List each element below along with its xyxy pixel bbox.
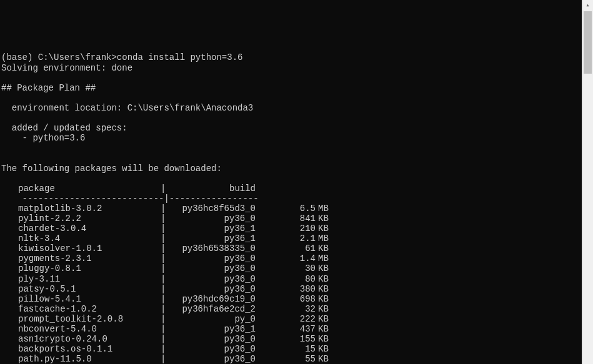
package-row: ply-3.11|py36_080KB — [1, 274, 579, 284]
column-separator: | — [161, 344, 166, 354]
package-row: patsy-0.5.1|py36_0380KB — [1, 284, 579, 294]
package-size-unit: KB — [316, 354, 331, 364]
specs-header: added / updated specs: — [1, 123, 127, 133]
column-separator: | — [161, 284, 166, 294]
package-size: 155 — [256, 334, 316, 344]
column-separator: | — [161, 314, 166, 324]
package-name: chardet-3.0.4 — [18, 224, 161, 234]
package-list: matplotlib-3.0.2|py36hc8f65d3_06.5MBpyli… — [1, 204, 579, 364]
package-size-unit: KB — [316, 324, 331, 334]
package-name: fastcache-1.0.2 — [18, 304, 161, 314]
package-size-unit: KB — [316, 224, 331, 234]
column-separator: | — [161, 324, 166, 334]
package-size: 698 — [256, 294, 316, 304]
package-build: py36h6538335_0 — [166, 243, 256, 253]
package-size: 61 — [256, 243, 316, 253]
scrollbar-thumb[interactable] — [584, 11, 592, 74]
env-location-label: environment location: — [1, 103, 127, 113]
scrollbar-vertical[interactable]: ▴ — [582, 0, 593, 364]
package-name: matplotlib-3.0.2 — [18, 204, 161, 214]
package-name: pillow-5.4.1 — [18, 294, 161, 304]
plan-header: ## Package Plan ## — [1, 83, 96, 93]
package-size: 80 — [256, 274, 316, 284]
package-name: prompt_toolkit-2.0.8 — [18, 314, 161, 324]
package-size: 2.1 — [256, 234, 316, 243]
column-separator: | — [161, 214, 166, 224]
package-name: pylint-2.2.2 — [18, 214, 161, 224]
package-size-unit: MB — [316, 234, 331, 243]
package-size: 1.4 — [256, 253, 316, 263]
package-name: pluggy-0.8.1 — [18, 263, 161, 273]
table-header-row: package|build — [1, 184, 579, 194]
package-name: kiwisolver-1.0.1 — [18, 243, 161, 253]
package-row: pylint-2.2.2|py36_0841KB — [1, 214, 579, 224]
package-name: ply-3.11 — [18, 274, 161, 284]
package-row: chardet-3.0.4|py36_1210KB — [1, 224, 579, 234]
column-separator: | — [161, 243, 166, 253]
solving-line: Solving environment: done — [1, 63, 132, 73]
package-size: 30 — [256, 263, 316, 273]
package-size-unit: KB — [316, 243, 331, 253]
header-package: package — [18, 184, 161, 194]
column-separator: | — [161, 304, 166, 314]
package-size-unit: KB — [316, 314, 331, 324]
package-size: 6.5 — [256, 204, 316, 214]
prompt-path: C:\Users\frank> — [38, 52, 117, 62]
column-separator: | — [161, 234, 166, 243]
package-size-unit: KB — [316, 284, 331, 294]
prompt-command: conda install python=3.6 — [117, 52, 243, 62]
package-size-unit: KB — [316, 274, 331, 284]
package-name: nbconvert-5.4.0 — [18, 324, 161, 334]
spec-item: - python=3.6 — [1, 133, 85, 143]
column-separator: | — [161, 253, 166, 263]
package-size: 222 — [256, 314, 316, 324]
package-size-unit: KB — [316, 334, 331, 344]
package-size: 15 — [256, 344, 316, 354]
package-size: 210 — [256, 224, 316, 234]
terminal-output: (base) C:\Users\frank>conda install pyth… — [0, 40, 580, 364]
package-build: py36_0 — [166, 344, 256, 354]
package-row: nltk-3.4|py36_12.1MB — [1, 234, 579, 243]
package-row: pluggy-0.8.1|py36_030KB — [1, 263, 579, 273]
package-row: pillow-5.4.1|py36hdc69c19_0698KB — [1, 294, 579, 304]
package-size: 32 — [256, 304, 316, 314]
package-build: py_0 — [166, 314, 256, 324]
package-build: py36_0 — [166, 253, 256, 263]
package-row: asn1crypto-0.24.0|py36_0155KB — [1, 334, 579, 344]
package-build: py36hc8f65d3_0 — [166, 204, 256, 214]
package-size-unit: MB — [316, 253, 331, 263]
header-build: build — [166, 184, 256, 194]
package-build: py36_0 — [166, 284, 256, 294]
column-separator: | — [161, 294, 166, 304]
package-build: py36_0 — [166, 354, 256, 364]
scrollbar-up-button[interactable]: ▴ — [582, 0, 593, 11]
package-row: pygments-2.3.1|py36_01.4MB — [1, 253, 579, 263]
package-build: py36_0 — [166, 274, 256, 284]
package-row: kiwisolver-1.0.1|py36h6538335_061KB — [1, 243, 579, 253]
prompt-env: (base) — [1, 52, 38, 62]
package-size-unit: KB — [316, 294, 331, 304]
package-size: 841 — [256, 214, 316, 224]
table-divider: ---------------------------|------------… — [1, 194, 259, 204]
package-size: 380 — [256, 284, 316, 294]
package-row: fastcache-1.0.2|py36hfa6e2cd_232KB — [1, 304, 579, 314]
package-build: py36hdc69c19_0 — [166, 294, 256, 304]
package-size-unit: KB — [316, 263, 331, 273]
column-separator: | — [161, 224, 166, 234]
package-size-unit: KB — [316, 304, 331, 314]
env-location-value: C:\Users\frank\Anaconda3 — [127, 103, 254, 113]
package-row: matplotlib-3.0.2|py36hc8f65d3_06.5MB — [1, 204, 579, 214]
package-size-unit: KB — [316, 214, 331, 224]
package-build: py36hfa6e2cd_2 — [166, 304, 256, 314]
package-row: path.py-11.5.0|py36_055KB — [1, 354, 579, 364]
package-size-unit: MB — [316, 204, 331, 214]
package-build: py36_1 — [166, 224, 256, 234]
package-size-unit: KB — [316, 344, 331, 354]
package-build: py36_1 — [166, 324, 256, 334]
package-row: nbconvert-5.4.0|py36_1437KB — [1, 324, 579, 334]
column-separator: | — [161, 263, 166, 273]
column-separator: | — [161, 334, 166, 344]
scrollbar-track[interactable] — [582, 11, 593, 364]
package-name: path.py-11.5.0 — [18, 354, 161, 364]
package-row: backports.os-0.1.1|py36_015KB — [1, 344, 579, 354]
